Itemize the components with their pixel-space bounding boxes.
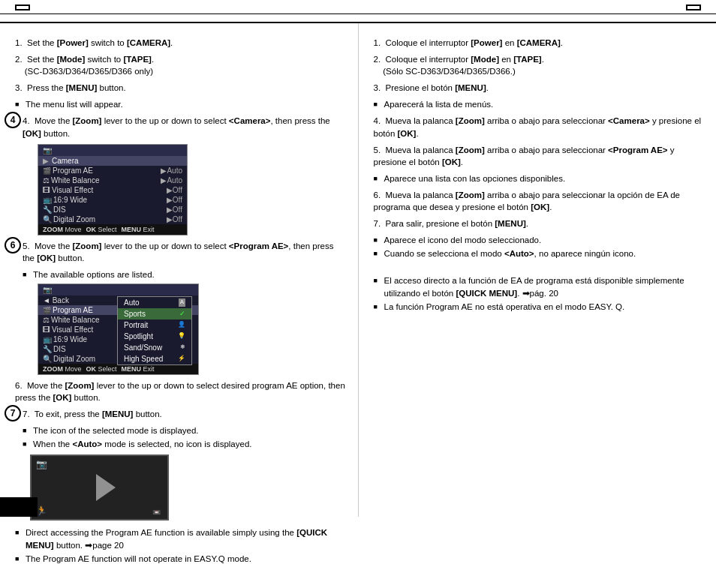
submenu-spotlight: Spotlight 💡 [118,331,191,342]
submenu-sandsnow: Sand/Snow ❄ [118,342,191,353]
note-en-2: The Program AE function will not operate… [15,553,346,565]
submenu: AutoA Sports✓ Portrait 👤 Spotlight 💡 San… [117,296,192,365]
menu1-header: 📷 [38,145,187,156]
step-es-5: 5. Mueva la palanca [Zoom] arriba o abaj… [374,144,705,168]
menu1-wide-row: 📺16:9 Wide ▶Off [38,195,187,205]
menu1-container: 📷 ▶Camera 🎬Program AE ▶Auto ⚖White Balan… [38,144,346,236]
step-es-7-bullet1: Aparece el icono del modo seleccionado. [374,234,705,246]
submenu-auto: AutoA [118,297,191,308]
note-en-1: Direct accessing the Program AE function… [15,526,346,550]
menu2-footer: ZOOM MoveOK SelectMENU Exit [38,364,198,374]
submenu-highspeed: High Speed ⚡ [118,353,191,364]
vf-tape: 📼 [152,508,163,516]
menu1-footer: ZOOM MoveOK SelectMENU Exit [38,224,187,235]
camera-menu-1: 📷 ▶Camera 🎬Program AE ▶Auto ⚖White Balan… [38,144,188,236]
top-bar [0,0,716,14]
viewfinder-container: 📷 📼 🏃 [30,454,346,520]
step-es-3: 3. Presione el botón [MENU]. [374,82,705,94]
note-es-1: El acceso directo a la función de EA de … [374,274,705,298]
notes-es: El acceso directo a la función de EA de … [374,274,705,312]
lang-en-badge [15,4,30,10]
step-1: 1. Set the [Power] switch to [CAMERA]. [15,37,346,49]
step-2: 2. Set the [Mode] switch to [TAPE]. (SC-… [15,53,346,77]
menu2-header: 📷 [38,284,198,296]
step-5: 5. Move the [Zoom] lever to the up or do… [23,240,346,264]
menu2-container: 📷 ◄ Back 🎬Program AE AutoA Sports✓ Po [38,284,346,375]
camera-menu-2: 📷 ◄ Back 🎬Program AE AutoA Sports✓ Po [38,284,199,375]
lang-es-badge [686,4,701,10]
menu2-programae-row: 🎬Program AE AutoA Sports✓ Portrait 👤 Spo… [38,305,198,315]
step-3-bullet: The menu list will appear. [15,98,346,110]
step-7-bullet1: The icon of the selected mode is display… [23,424,346,436]
step-es-1: 1. Coloque el interruptor [Power] en [CA… [374,37,705,49]
step-4: 4. Move the [Zoom] lever to the up or do… [23,115,346,139]
left-column: 1. Set the [Power] switch to [CAMERA]. 2… [0,23,359,517]
main-title-row [0,14,716,23]
notes-en: Direct accessing the Program AE function… [15,526,346,564]
page-number [0,497,38,517]
step-es-6: 6. Mueva la palanca [Zoom] arriba o abaj… [374,189,705,213]
menu1-camera-row: ▶Camera [38,156,187,166]
circle-4: 4 [5,112,21,128]
submenu-portrait: Portrait 👤 [118,320,191,331]
step-es-3-bullet: Aparecerá la lista de menús. [374,98,705,110]
step-6: 6. Move the [Zoom] lever to the up or do… [15,380,346,404]
menu1-ve-row: 🎞Visual Effect ▶Off [38,185,187,195]
submenu-sports: Sports✓ [118,308,191,320]
right-column: 1. Coloque el interruptor [Power] en [CA… [359,23,717,517]
vf-play-icon [96,474,116,501]
content-area: 1. Set the [Power] switch to [CAMERA]. 2… [0,23,716,517]
vf-cam-icon: 📷 [36,459,47,470]
step-es-4: 4. Mueva la palanca [Zoom] arriba o abaj… [374,115,705,139]
step-es-2: 2. Coloque el interruptor [Mode] en [TAP… [374,53,705,77]
step-es-5-bullet: Aparece una lista con las opciones dispo… [374,172,705,184]
menu1-wb-row: ⚖White Balance ▶Auto [38,176,187,185]
step-es-7: 7. Para salir, presione el botón [MENU]. [374,218,705,230]
circle-6: 6 [5,237,21,254]
step-7: 7. To exit, press the [MENU] button. [23,408,346,420]
vf-sports-icon: 🏃 [36,506,47,516]
step-es-7-bullet2: Cuando se selecciona el modo <Auto>, no … [374,248,705,260]
step-3: 3. Press the [MENU] button. [15,82,346,94]
menu1-programae-row: 🎬Program AE ▶Auto [38,166,187,176]
menu1-zoom-row: 🔍Digital Zoom ▶Off [38,214,187,224]
note-es-2: La función Program AE no está operativa … [374,301,705,313]
circle-7: 7 [5,405,21,422]
step-5-bullet: The available options are listed. [23,268,346,280]
step-7-bullet2: When the <Auto> mode is selected, no ico… [23,438,346,450]
menu1-dis-row: 🔧DIS ▶Off [38,205,187,214]
viewfinder: 📷 📼 🏃 [30,454,169,520]
